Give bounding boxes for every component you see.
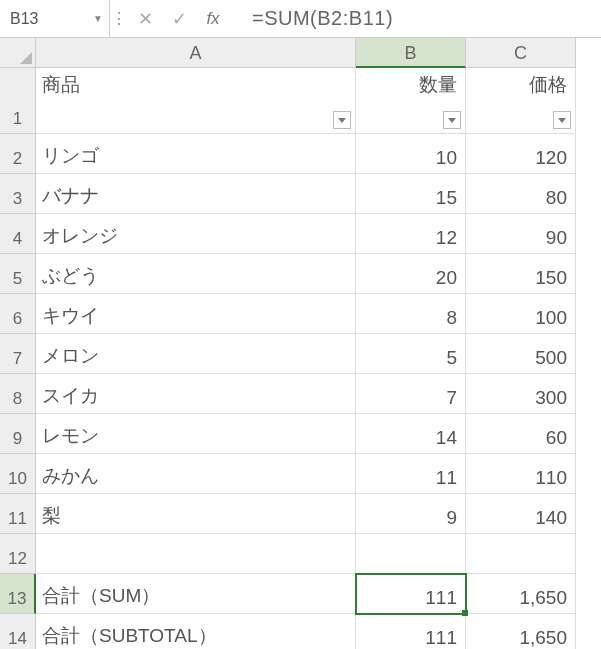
confirm-icon[interactable]: ✓ [162,8,196,30]
cell-C1[interactable]: 価格 [466,68,576,134]
cell-C8[interactable]: 300 [466,374,576,414]
cell-B10[interactable]: 11 [356,454,466,494]
header-label: 数量 [419,72,457,98]
cell-A7[interactable]: メロン [36,334,356,374]
name-box-value: B13 [10,10,38,28]
row-header-13[interactable]: 13 [0,574,36,614]
row-header-6[interactable]: 6 [0,294,36,334]
row-header-11[interactable]: 11 [0,494,36,534]
col-header-A[interactable]: A [36,38,356,68]
cell-A5[interactable]: ぶどう [36,254,356,294]
cell-B1[interactable]: 数量 [356,68,466,134]
cell-C12[interactable] [466,534,576,574]
name-box[interactable]: B13 ▼ [0,0,110,37]
cell-C3[interactable]: 80 [466,174,576,214]
cell-A3[interactable]: バナナ [36,174,356,214]
cell-B11[interactable]: 9 [356,494,466,534]
cell-C7[interactable]: 500 [466,334,576,374]
row-header-4[interactable]: 4 [0,214,36,254]
row-header-9[interactable]: 9 [0,414,36,454]
cell-B12[interactable] [356,534,466,574]
cell-C9[interactable]: 60 [466,414,576,454]
cell-C4[interactable]: 90 [466,214,576,254]
cell-B4[interactable]: 12 [356,214,466,254]
select-all-corner[interactable] [0,38,36,68]
fx-icon[interactable]: fx [196,9,230,29]
formula-input[interactable]: =SUM(B2:B11) [230,7,601,30]
row-header-1[interactable]: 1 [0,68,36,134]
row-header-8[interactable]: 8 [0,374,36,414]
row-header-10[interactable]: 10 [0,454,36,494]
cell-A1[interactable]: 商品 [36,68,356,134]
cell-A11[interactable]: 梨 [36,494,356,534]
header-label: 商品 [42,72,80,98]
cell-A12[interactable] [36,534,356,574]
cell-B5[interactable]: 20 [356,254,466,294]
cell-A4[interactable]: オレンジ [36,214,356,254]
col-header-B[interactable]: B [356,38,466,68]
formula-bar: B13 ▼ ⋮ ✕ ✓ fx =SUM(B2:B11) [0,0,601,38]
cancel-icon[interactable]: ✕ [128,8,162,30]
row-header-3[interactable]: 3 [0,174,36,214]
cell-A13[interactable]: 合計（SUM） [36,574,356,614]
separator-icon: ⋮ [110,9,128,28]
cell-A9[interactable]: レモン [36,414,356,454]
col-header-C[interactable]: C [466,38,576,68]
cell-B7[interactable]: 5 [356,334,466,374]
cell-A6[interactable]: キウイ [36,294,356,334]
cell-A14[interactable]: 合計（SUBTOTAL） [36,614,356,649]
filter-icon[interactable] [553,111,571,129]
row-header-7[interactable]: 7 [0,334,36,374]
filter-icon[interactable] [443,111,461,129]
spreadsheet-grid: A B C 1 商品 数量 価格 2 リンゴ 10 120 3 バナナ 15 8… [0,38,601,649]
cell-B9[interactable]: 14 [356,414,466,454]
header-label: 価格 [529,72,567,98]
cell-C6[interactable]: 100 [466,294,576,334]
cell-B3[interactable]: 15 [356,174,466,214]
cell-C14[interactable]: 1,650 [466,614,576,649]
cell-B14[interactable]: 111 [356,614,466,649]
cell-C13[interactable]: 1,650 [466,574,576,614]
cell-B8[interactable]: 7 [356,374,466,414]
cell-C5[interactable]: 150 [466,254,576,294]
cell-C2[interactable]: 120 [466,134,576,174]
cell-B6[interactable]: 8 [356,294,466,334]
cell-A10[interactable]: みかん [36,454,356,494]
row-header-5[interactable]: 5 [0,254,36,294]
row-header-14[interactable]: 14 [0,614,36,649]
filter-icon[interactable] [333,111,351,129]
cell-C11[interactable]: 140 [466,494,576,534]
row-header-12[interactable]: 12 [0,534,36,574]
row-header-2[interactable]: 2 [0,134,36,174]
cell-B2[interactable]: 10 [356,134,466,174]
cell-B13[interactable]: 111 [356,574,466,614]
cell-C10[interactable]: 110 [466,454,576,494]
cell-A8[interactable]: スイカ [36,374,356,414]
cell-A2[interactable]: リンゴ [36,134,356,174]
chevron-down-icon[interactable]: ▼ [93,13,103,24]
